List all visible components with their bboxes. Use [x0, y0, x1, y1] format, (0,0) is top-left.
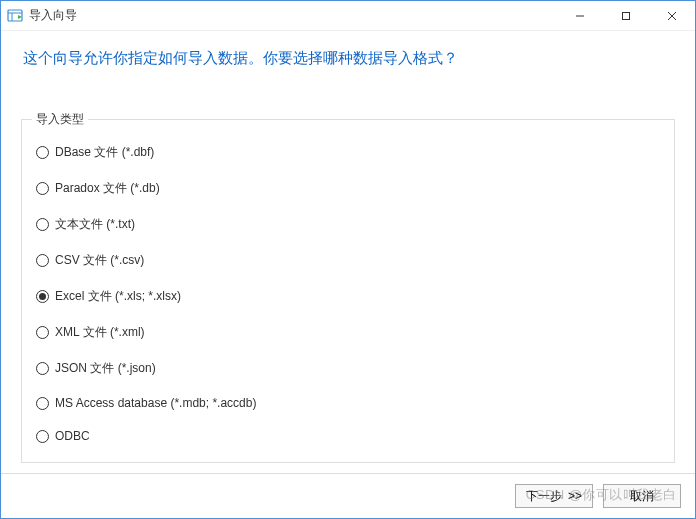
svg-rect-0 [8, 10, 22, 21]
radio-icon [36, 362, 49, 375]
minimize-button[interactable] [557, 1, 603, 31]
radio-label: DBase 文件 (*.dbf) [55, 144, 154, 161]
next-button-label: 下一步 [526, 488, 562, 505]
window-title: 导入向导 [29, 7, 557, 24]
radio-icon [36, 290, 49, 303]
radio-option[interactable]: XML 文件 (*.xml) [36, 324, 660, 341]
radio-label: ODBC [55, 429, 90, 443]
radio-option[interactable]: Paradox 文件 (*.db) [36, 180, 660, 197]
close-button[interactable] [649, 1, 695, 31]
radio-label: Excel 文件 (*.xls; *.xlsx) [55, 288, 181, 305]
radio-option[interactable]: ODBC [36, 429, 660, 443]
radio-label: XML 文件 (*.xml) [55, 324, 145, 341]
cancel-button[interactable]: 取消 [603, 484, 681, 508]
radio-label: Paradox 文件 (*.db) [55, 180, 160, 197]
radio-label: 文本文件 (*.txt) [55, 216, 135, 233]
radio-option[interactable]: JSON 文件 (*.json) [36, 360, 660, 377]
radio-label: MS Access database (*.mdb; *.accdb) [55, 396, 256, 410]
cancel-button-label: 取消 [630, 488, 654, 505]
radio-label: CSV 文件 (*.csv) [55, 252, 144, 269]
next-button-suffix: >> [568, 489, 582, 503]
svg-rect-5 [623, 13, 630, 20]
radio-label: JSON 文件 (*.json) [55, 360, 156, 377]
group-label: 导入类型 [32, 111, 88, 128]
radio-option[interactable]: DBase 文件 (*.dbf) [36, 144, 660, 161]
radio-icon [36, 218, 49, 231]
import-type-group: 导入类型 DBase 文件 (*.dbf)Paradox 文件 (*.db)文本… [21, 119, 675, 463]
radio-icon [36, 182, 49, 195]
bottom-bar: 下一步 >> 取消 [1, 473, 695, 518]
radio-icon [36, 254, 49, 267]
radio-option[interactable]: MS Access database (*.mdb; *.accdb) [36, 396, 660, 410]
radio-icon [36, 326, 49, 339]
radio-icon [36, 430, 49, 443]
app-icon [7, 8, 23, 24]
maximize-button[interactable] [603, 1, 649, 31]
radio-option[interactable]: CSV 文件 (*.csv) [36, 252, 660, 269]
wizard-heading: 这个向导允许你指定如何导入数据。你要选择哪种数据导入格式？ [1, 31, 695, 78]
titlebar: 导入向导 [1, 1, 695, 31]
radio-icon [36, 397, 49, 410]
window-controls [557, 1, 695, 30]
radio-option[interactable]: 文本文件 (*.txt) [36, 216, 660, 233]
radio-list: DBase 文件 (*.dbf)Paradox 文件 (*.db)文本文件 (*… [36, 138, 660, 443]
radio-icon [36, 146, 49, 159]
radio-option[interactable]: Excel 文件 (*.xls; *.xlsx) [36, 288, 660, 305]
next-button[interactable]: 下一步 >> [515, 484, 593, 508]
